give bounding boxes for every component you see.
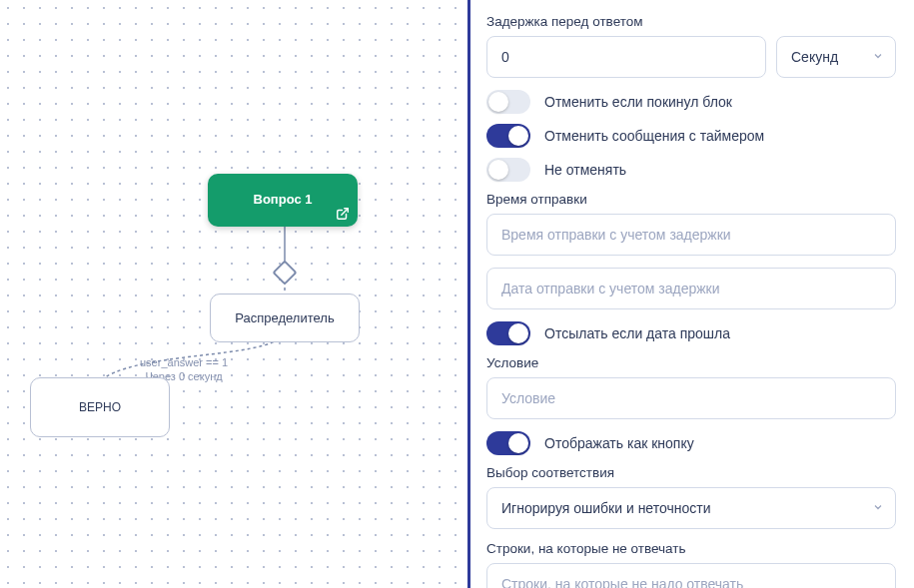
label-match: Выбор соответствия <box>486 465 896 480</box>
ignore-lines-input[interactable] <box>486 563 896 588</box>
node-router[interactable]: Распределитель <box>210 294 360 342</box>
toggle-send-if-past[interactable] <box>486 321 530 345</box>
label-ignore-lines: Строки, на которые не отвечать <box>486 541 896 556</box>
toggle-label: Не отменять <box>544 162 626 178</box>
toggle-label: Отображать как кнопку <box>544 435 694 451</box>
send-date-input[interactable] <box>486 268 896 309</box>
label-send-time: Время отправки <box>486 192 896 207</box>
node-result[interactable]: ВЕРНО <box>30 377 170 437</box>
node-label: Вопрос 1 <box>254 192 313 207</box>
delay-input[interactable] <box>486 36 766 78</box>
toggle-no-cancel[interactable] <box>486 158 530 182</box>
node-question[interactable]: Вопрос 1 <box>208 174 358 227</box>
property-panel: Задержка перед ответом Секунд Отменить е… <box>467 0 914 588</box>
label-delay: Задержка перед ответом <box>486 14 896 29</box>
toggle-show-as-button[interactable] <box>486 431 530 455</box>
toggle-label: Отменить если покинул блок <box>544 94 732 110</box>
delay-unit-select[interactable]: Секунд <box>776 36 896 78</box>
toggle-label: Отменить сообщения с таймером <box>544 128 764 144</box>
send-time-input[interactable] <box>486 214 896 256</box>
svg-line-2 <box>342 209 348 215</box>
condition-input[interactable] <box>486 377 896 419</box>
decision-icon <box>272 260 297 285</box>
label-condition: Условие <box>486 355 896 370</box>
connector <box>283 224 287 266</box>
toggle-cancel-timer[interactable] <box>486 124 530 148</box>
open-external-icon[interactable] <box>336 207 350 221</box>
match-select[interactable]: Игнорируя ошибки и неточности <box>486 487 896 529</box>
node-label: Распределитель <box>235 310 334 325</box>
node-label: ВЕРНО <box>79 400 121 414</box>
flow-canvas[interactable]: Вопрос 1 Распределитель user_answer == 1… <box>0 0 467 588</box>
toggle-cancel-leave[interactable] <box>486 90 530 114</box>
toggle-label: Отсылать если дата прошла <box>544 325 730 341</box>
